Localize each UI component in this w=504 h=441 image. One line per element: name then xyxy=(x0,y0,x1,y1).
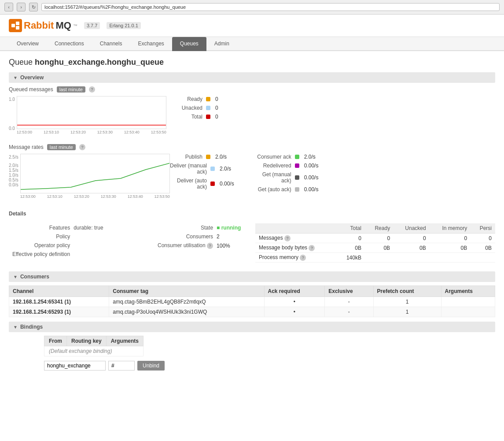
bindings-arrow: ▼ xyxy=(13,325,18,330)
app-header: RabbitMQ™ 3.7.7 Erlang 21.0.1 xyxy=(0,15,504,37)
messages-in-memory: 0 xyxy=(430,233,471,243)
details-middle: State ■ running Consumers 2 Consumer uti… xyxy=(154,223,242,263)
logo-tm: ™ xyxy=(73,23,77,28)
policy-key: Policy xyxy=(9,232,74,241)
messages-label: Messages ? xyxy=(255,233,337,243)
message-rates-help[interactable]: ? xyxy=(79,144,85,150)
consumer-prefetch-0: 1 xyxy=(373,297,441,307)
nav-exchanges[interactable]: Exchanges xyxy=(130,37,172,51)
th-ready: Ready xyxy=(365,223,394,233)
stat-deliver-manual: Deliver (manual ack) 2.0/s xyxy=(167,163,234,175)
messages-ready: 0 xyxy=(365,233,394,243)
rates-right-stats: Consumer ack 2.0/s Redelivered 0.00/s Ge… xyxy=(252,154,319,200)
details-left-table: Features durable: true Policy Operator p… xyxy=(9,223,103,259)
consumers-row: Consumers 2 xyxy=(154,232,241,241)
bindings-from-input[interactable] xyxy=(44,361,106,371)
title-prefix: Queue xyxy=(9,58,33,67)
message-rates-time[interactable]: last minute xyxy=(47,144,76,150)
main-content: Queue honghu_exchange.honghu_queue ▼ Ove… xyxy=(0,51,504,377)
consumer-utilisation-row: Consumer utilisation ? 100% xyxy=(154,241,241,250)
process-memory-value: 140kB xyxy=(337,253,365,263)
rates-y-min: 0.0/s xyxy=(9,182,18,187)
details-section: Details Features durable: true Policy Op… xyxy=(9,208,495,267)
time-1: 12:53:10 xyxy=(44,130,59,134)
logo-mq: MQ xyxy=(55,20,71,31)
publish-color xyxy=(206,155,210,159)
bindings-section-header[interactable]: ▼ Bindings xyxy=(9,322,495,332)
consumer-ack-color xyxy=(295,155,299,159)
consumers-count-key: Consumers xyxy=(154,232,217,241)
queued-messages-label-row: Queued messages last minute ? xyxy=(9,86,495,93)
consumer-tag-1: amq.ctag-P3oUoq4WSHiUk3k3ni1GWQ xyxy=(109,307,264,317)
consumers-section-header[interactable]: ▼ Consumers xyxy=(9,271,495,282)
version-badge: 3.7.7 xyxy=(84,22,100,29)
state-row: State ■ running xyxy=(154,223,241,232)
consumer-ack-0: • xyxy=(264,297,325,307)
forward-button[interactable]: › xyxy=(17,3,26,11)
process-memory-in-memory xyxy=(430,253,471,263)
col-channel: Channel xyxy=(9,286,109,297)
nav-connections[interactable]: Connections xyxy=(47,37,92,51)
details-section-label: Details xyxy=(9,208,495,219)
effective-policy-value xyxy=(74,250,103,259)
stat-publish: Publish 2.0/s xyxy=(167,154,234,160)
binding-col-arguments: Arguments xyxy=(106,336,143,346)
process-memory-persistent xyxy=(471,253,495,263)
time-0: 12:53:00 xyxy=(17,130,32,134)
body-bytes-total: 0B xyxy=(337,243,365,253)
features-key: Features xyxy=(9,223,74,232)
messages-total: 0 xyxy=(337,233,365,243)
queued-messages-time[interactable]: last minute xyxy=(57,86,85,93)
messages-help[interactable]: ? xyxy=(284,235,291,241)
time-2: 12:53:20 xyxy=(70,130,86,134)
overview-arrow: ▼ xyxy=(13,75,18,80)
col-ack-required: Ack required xyxy=(264,286,325,297)
logo-icon xyxy=(9,19,22,32)
message-rates-chart-container: 2.5/s 2.0/s 1.5/s 1.0/s 0.5/s 0.0/s xyxy=(9,154,495,200)
get-auto-color xyxy=(295,187,299,192)
consumer-row-0: 192.168.1.254:65341 (1) amq.ctag-5BmB2EH… xyxy=(9,297,495,307)
unbind-button[interactable]: Unbind xyxy=(137,361,165,371)
logo: RabbitMQ™ xyxy=(9,19,77,32)
features-row: Features durable: true xyxy=(9,223,103,232)
operator-policy-value xyxy=(74,241,103,250)
overview-title: Overview xyxy=(20,74,44,81)
total-color xyxy=(206,115,210,119)
queued-messages-help[interactable]: ? xyxy=(89,86,95,93)
th-unacked: Unacked xyxy=(394,223,430,233)
nav-overview[interactable]: Overview xyxy=(9,37,47,51)
erlang-badge: Erlang 21.0.1 xyxy=(107,22,140,29)
bindings-routing-key-input[interactable] xyxy=(108,361,135,371)
consumer-exclusive-1: ◦ xyxy=(325,307,373,317)
consumer-prefetch-1: 1 xyxy=(373,307,441,317)
consumer-utilisation-help[interactable]: ? xyxy=(207,243,213,249)
queued-messages-label: Queued messages xyxy=(9,86,53,93)
nav-queues[interactable]: Queues xyxy=(172,37,206,51)
consumers-table: Channel Consumer tag Ack required Exclus… xyxy=(9,285,495,317)
bindings-section: ▼ Bindings From Routing key Arguments (D… xyxy=(9,322,495,371)
queued-messages-section: Queued messages last minute ? 1.0 0.0 xyxy=(9,86,495,135)
body-bytes-help[interactable]: ? xyxy=(309,245,315,251)
consumer-channel-0: 192.168.1.254:65341 (1) xyxy=(9,297,109,307)
body-bytes-persistent: 0B xyxy=(471,243,495,253)
process-memory-ready xyxy=(365,253,394,263)
nav-channels[interactable]: Channels xyxy=(92,37,130,51)
nav-admin[interactable]: Admin xyxy=(206,37,237,51)
message-rates-chart: 2.5/s 2.0/s 1.5/s 1.0/s 0.5/s 0.0/s xyxy=(9,154,158,200)
url-bar[interactable]: localhost:15672/#/queues/%2F/honghu_exch… xyxy=(41,3,500,11)
reload-button[interactable]: ↻ xyxy=(29,3,38,11)
details-right-table: Total Ready Unacked In memory Persi Mess… xyxy=(255,223,495,263)
svg-rect-0 xyxy=(11,24,15,27)
rates-time-4: 12:53:40 xyxy=(128,194,143,199)
svg-rect-1 xyxy=(16,22,19,25)
th-persistent: Persi xyxy=(471,223,495,233)
process-memory-label: Process memory ? xyxy=(255,253,337,263)
time-5: 12:53:50 xyxy=(151,130,166,134)
consumers-section: ▼ Consumers Channel Consumer tag Ack req… xyxy=(9,271,495,317)
overview-section-header[interactable]: ▼ Overview xyxy=(9,72,495,83)
overview-section: ▼ Overview Queued messages last minute ?… xyxy=(9,72,495,200)
back-button[interactable]: ‹ xyxy=(4,3,13,11)
process-memory-help[interactable]: ? xyxy=(300,255,306,261)
messages-row: Messages ? 0 0 0 0 0 xyxy=(255,233,495,243)
messages-unacked: 0 xyxy=(394,233,430,243)
